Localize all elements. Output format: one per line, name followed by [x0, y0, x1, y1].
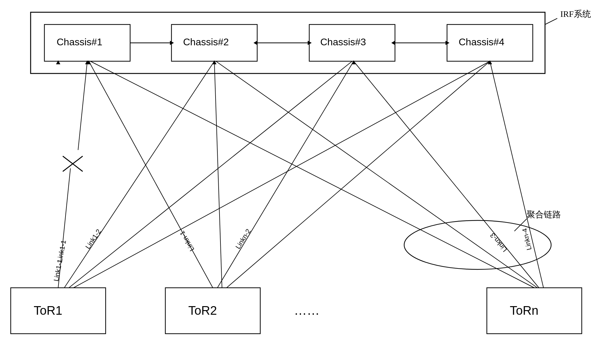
- network-diagram: IRF系统 Chassis#1 Chassis#2 Chassis#3 Chas…: [0, 0, 609, 364]
- svg-line-24: [90, 61, 534, 288]
- aggregate-label: 聚合链路: [527, 210, 561, 219]
- tor2-label: ToR2: [188, 304, 217, 317]
- svg-line-17: [73, 61, 490, 288]
- link1-1-text: Link1-1: [56, 239, 67, 263]
- chassis2-label: Chassis#2: [183, 36, 229, 47]
- svg-line-27: [490, 61, 543, 288]
- svg-line-26: [354, 61, 539, 288]
- link1-2-text: Link1-2: [84, 228, 103, 250]
- svg-line-20: [217, 61, 354, 288]
- torn-label: ToRn: [510, 304, 538, 317]
- linkn-2-text: Linkn-2: [234, 227, 252, 250]
- svg-line-23: [227, 61, 490, 288]
- svg-line-25: [216, 61, 537, 288]
- svg-line-0: [545, 18, 557, 24]
- svg-line-22: [214, 61, 222, 288]
- chassis4-label: Chassis#4: [459, 36, 504, 47]
- svg-marker-8: [445, 41, 449, 45]
- tor1-label: ToR1: [34, 304, 62, 317]
- svg-line-18: [89, 61, 213, 288]
- svg-marker-2: [170, 41, 174, 45]
- chassis1-label: Chassis#1: [57, 36, 102, 47]
- diagram-container: IRF系统 Chassis#1 Chassis#2 Chassis#3 Chas…: [0, 0, 609, 364]
- svg-line-10: [78, 61, 87, 150]
- svg-marker-7: [391, 41, 395, 45]
- svg-line-14: [64, 61, 214, 288]
- linkn-3-text: Linkn-3: [489, 231, 509, 253]
- irf-label: IRF系统: [560, 9, 591, 19]
- svg-line-16: [69, 61, 352, 288]
- svg-marker-4: [254, 41, 257, 45]
- chassis3-label: Chassis#3: [320, 36, 366, 47]
- tor-ellipsis: ……: [294, 303, 320, 317]
- svg-marker-5: [308, 41, 312, 45]
- linkn-1-text: Linkn-1: [178, 230, 196, 253]
- linkn-4-text: Linkn-4: [521, 227, 533, 251]
